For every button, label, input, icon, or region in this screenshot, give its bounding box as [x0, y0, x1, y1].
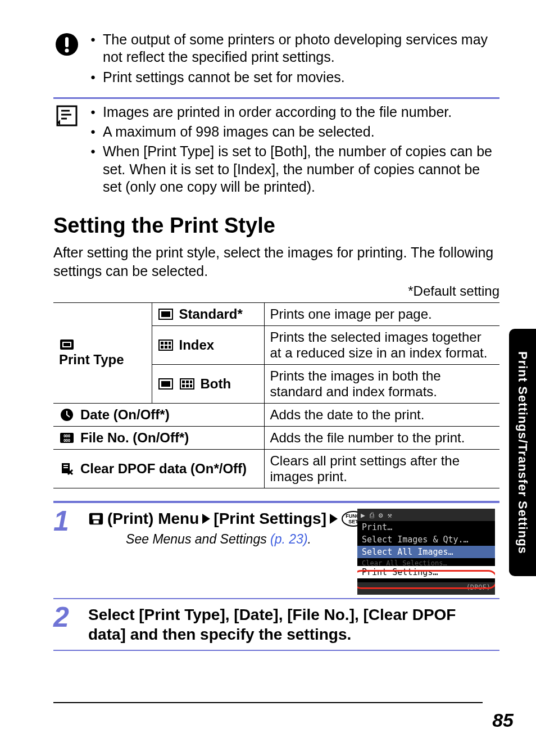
svg-rect-36: [63, 467, 68, 468]
note-item: A maximum of 998 images can be selected.: [90, 123, 499, 141]
svg-rect-39: [93, 520, 98, 523]
section-heading: Setting the Print Style: [53, 214, 499, 238]
index-icon: [179, 378, 195, 390]
note-item: Images are printed in order according to…: [90, 103, 499, 121]
step-number: 2: [53, 605, 79, 644]
warning-item: The output of some printers or photo dev…: [90, 31, 499, 66]
note-icon: [53, 103, 80, 127]
warning-icon: [53, 31, 80, 57]
svg-rect-23: [180, 379, 194, 389]
warning-item: Print settings cannot be set for movies.: [90, 69, 499, 86]
svg-rect-38: [92, 515, 99, 519]
print-type-icon: [59, 338, 75, 351]
page-number: 85: [492, 709, 514, 731]
date-desc: Adds the date to the print.: [264, 404, 499, 427]
print-type-label: Print Type: [59, 352, 124, 368]
svg-rect-27: [182, 384, 185, 387]
side-tab: Print Settings/Transfer Settings: [509, 329, 536, 576]
fileno-icon: 000000: [59, 432, 75, 444]
svg-rect-29: [190, 384, 192, 387]
footer-rule: [53, 702, 483, 703]
note-list: Images are printed in order according to…: [90, 103, 499, 196]
svg-rect-25: [186, 381, 189, 383]
standard-icon: [158, 378, 174, 390]
svg-text:000: 000: [63, 438, 70, 442]
page-link[interactable]: (p. 23): [270, 532, 307, 546]
svg-rect-1: [65, 37, 69, 47]
see-pre: See Menus and Settings: [126, 532, 270, 546]
lcd-row: Print…: [357, 521, 495, 533]
svg-rect-26: [190, 381, 192, 383]
print-menu-icon: [88, 513, 104, 525]
lcd-row-selected: Select All Images…: [357, 546, 495, 558]
arrow-right-icon: [202, 514, 210, 524]
svg-rect-18: [161, 346, 163, 348]
date-row-head: Date (On/Off*): [59, 407, 258, 423]
svg-rect-24: [182, 381, 185, 383]
note-divider: [53, 97, 499, 99]
date-label: Date (On/Off*): [80, 407, 170, 423]
camera-lcd-preview: ▶⎙⚙⚒ Print… Select Images & Qty.… Select…: [357, 509, 495, 595]
svg-rect-17: [169, 342, 171, 345]
svg-rect-13: [161, 311, 170, 317]
both-label: Both: [201, 376, 231, 392]
standard-desc: Prints one image per page.: [264, 303, 499, 326]
svg-rect-3: [57, 106, 76, 125]
see-post: .: [308, 532, 311, 546]
svg-rect-19: [165, 346, 167, 348]
svg-rect-28: [186, 384, 189, 387]
clear-row-head: Clear DPOF data (On*/Off): [59, 461, 258, 477]
clear-label: Clear DPOF data (On*/Off): [80, 461, 247, 477]
side-tab-label: Print Settings/Transfer Settings: [515, 351, 530, 554]
standard-icon: [158, 308, 174, 320]
intro-text: After setting the print style, select th…: [53, 243, 499, 280]
both-desc: Prints the images in both the standard a…: [264, 365, 499, 404]
fileno-desc: Adds the file number to the print.: [264, 427, 499, 450]
index-icon: [158, 339, 174, 351]
step1-target: [Print Settings]: [214, 509, 326, 528]
lcd-row: Clear All Selections…: [357, 558, 495, 566]
warning-list: The output of some printers or photo dev…: [90, 31, 499, 86]
clear-desc: Clears all print settings after the imag…: [264, 450, 499, 488]
note-item: When [Print Type] is set to [Both], the …: [90, 143, 499, 196]
index-desc: Prints the selected images together at a…: [264, 326, 499, 365]
fileno-label: File No. (On/Off*): [80, 430, 189, 446]
standard-label: Standard*: [179, 306, 243, 322]
lcd-row: Select Images & Qty.…: [357, 533, 495, 546]
svg-rect-22: [161, 381, 170, 387]
index-label: Index: [179, 337, 215, 353]
fileno-row-head: 000000 File No. (On/Off*): [59, 430, 258, 446]
step-number: 1: [53, 509, 79, 592]
svg-rect-16: [165, 342, 167, 345]
lcd-foot-right: (DPOF): [466, 583, 490, 594]
default-setting-note: *Default setting: [53, 283, 499, 299]
step2-title: Select [Print Type], [Date], [File No.],…: [88, 605, 495, 644]
clear-dpof-icon: [59, 463, 75, 475]
svg-rect-35: [63, 465, 68, 466]
svg-rect-20: [169, 346, 171, 348]
svg-text:000: 000: [63, 434, 70, 438]
print-style-table: Print Type Standard* Prints one image pe…: [53, 302, 499, 488]
print-type-row-head: Print Type: [59, 338, 146, 368]
lcd-row-highlight: Print Settings…: [357, 566, 495, 578]
svg-rect-15: [161, 342, 163, 345]
svg-rect-14: [159, 340, 172, 350]
arrow-right-icon: [330, 514, 338, 524]
lcd-tab-icons: ▶⎙⚙⚒: [357, 509, 495, 521]
svg-point-2: [65, 49, 69, 53]
step1-menu-label: (Print) Menu: [107, 509, 199, 528]
date-icon: [59, 409, 75, 421]
svg-rect-11: [63, 343, 70, 346]
